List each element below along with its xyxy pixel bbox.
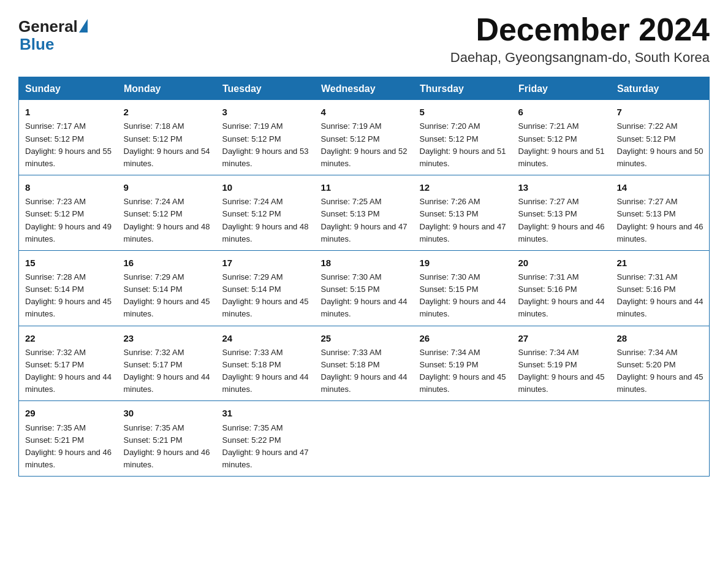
day-number: 15 — [25, 256, 113, 270]
day-info: Sunrise: 7:28 AMSunset: 5:14 PMDaylight:… — [25, 272, 112, 318]
day-number: 21 — [617, 256, 705, 270]
calendar-week-row: 8Sunrise: 7:23 AMSunset: 5:12 PMDaylight… — [19, 175, 710, 251]
calendar-cell: 14Sunrise: 7:27 AMSunset: 5:13 PMDayligh… — [611, 175, 710, 251]
day-info: Sunrise: 7:26 AMSunset: 5:13 PMDaylight:… — [420, 197, 506, 243]
calendar-cell: 31Sunrise: 7:35 AMSunset: 5:22 PMDayligh… — [216, 401, 315, 477]
calendar-cell: 6Sunrise: 7:21 AMSunset: 5:12 PMDaylight… — [512, 100, 611, 175]
calendar-cell: 9Sunrise: 7:24 AMSunset: 5:12 PMDaylight… — [118, 175, 216, 251]
day-number: 31 — [222, 406, 310, 420]
day-number: 13 — [518, 180, 606, 194]
weekday-header-monday: Monday — [118, 77, 216, 100]
calendar-cell: 18Sunrise: 7:30 AMSunset: 5:15 PMDayligh… — [315, 250, 414, 326]
month-title: December 2024 — [450, 12, 710, 47]
calendar-cell: 13Sunrise: 7:27 AMSunset: 5:13 PMDayligh… — [512, 175, 611, 251]
weekday-header-thursday: Thursday — [414, 77, 512, 100]
day-info: Sunrise: 7:17 AMSunset: 5:12 PMDaylight:… — [25, 121, 112, 167]
day-info: Sunrise: 7:32 AMSunset: 5:17 PMDaylight:… — [124, 348, 210, 394]
day-number: 14 — [617, 180, 705, 194]
day-number: 6 — [518, 105, 606, 119]
day-info: Sunrise: 7:34 AMSunset: 5:19 PMDaylight:… — [420, 348, 506, 394]
day-info: Sunrise: 7:30 AMSunset: 5:15 PMDaylight:… — [420, 272, 506, 318]
day-info: Sunrise: 7:35 AMSunset: 5:21 PMDaylight:… — [124, 423, 210, 469]
logo-triangle-icon — [79, 19, 88, 33]
day-info: Sunrise: 7:35 AMSunset: 5:22 PMDaylight:… — [222, 423, 309, 469]
day-info: Sunrise: 7:27 AMSunset: 5:13 PMDaylight:… — [617, 197, 703, 243]
day-number: 2 — [124, 105, 211, 119]
calendar-cell: 1Sunrise: 7:17 AMSunset: 5:12 PMDaylight… — [19, 100, 118, 175]
day-info: Sunrise: 7:35 AMSunset: 5:21 PMDaylight:… — [25, 423, 112, 469]
weekday-header-wednesday: Wednesday — [315, 77, 414, 100]
day-number: 23 — [124, 331, 211, 345]
calendar-cell — [512, 401, 611, 477]
title-block: December 2024 Daehap, Gyeongsangnam-do, … — [450, 12, 710, 66]
day-info: Sunrise: 7:33 AMSunset: 5:18 PMDaylight:… — [222, 348, 309, 394]
calendar-cell: 7Sunrise: 7:22 AMSunset: 5:12 PMDaylight… — [611, 100, 710, 175]
calendar-cell: 26Sunrise: 7:34 AMSunset: 5:19 PMDayligh… — [414, 326, 512, 401]
day-info: Sunrise: 7:29 AMSunset: 5:14 PMDaylight:… — [222, 272, 309, 318]
header: General Blue December 2024 Daehap, Gyeon… — [18, 12, 710, 66]
day-number: 26 — [420, 331, 507, 345]
weekday-header-friday: Friday — [512, 77, 611, 100]
day-info: Sunrise: 7:19 AMSunset: 5:12 PMDaylight:… — [321, 121, 408, 167]
day-number: 18 — [321, 256, 409, 270]
day-info: Sunrise: 7:34 AMSunset: 5:19 PMDaylight:… — [518, 348, 605, 394]
weekday-header-sunday: Sunday — [19, 77, 118, 100]
calendar-week-row: 1Sunrise: 7:17 AMSunset: 5:12 PMDaylight… — [19, 100, 710, 175]
day-number: 11 — [321, 180, 409, 194]
logo: General Blue — [18, 17, 88, 54]
day-info: Sunrise: 7:21 AMSunset: 5:12 PMDaylight:… — [518, 121, 605, 167]
day-number: 20 — [518, 256, 606, 270]
calendar-cell: 16Sunrise: 7:29 AMSunset: 5:14 PMDayligh… — [118, 250, 216, 326]
calendar-cell: 24Sunrise: 7:33 AMSunset: 5:18 PMDayligh… — [216, 326, 315, 401]
day-number: 1 — [25, 105, 113, 119]
day-number: 19 — [420, 256, 507, 270]
calendar-cell: 4Sunrise: 7:19 AMSunset: 5:12 PMDaylight… — [315, 100, 414, 175]
day-number: 3 — [222, 105, 310, 119]
day-info: Sunrise: 7:20 AMSunset: 5:12 PMDaylight:… — [420, 121, 506, 167]
calendar-cell: 30Sunrise: 7:35 AMSunset: 5:21 PMDayligh… — [118, 401, 216, 477]
day-info: Sunrise: 7:27 AMSunset: 5:13 PMDaylight:… — [518, 197, 605, 243]
day-info: Sunrise: 7:18 AMSunset: 5:12 PMDaylight:… — [124, 121, 210, 167]
weekday-header-row: SundayMondayTuesdayWednesdayThursdayFrid… — [19, 77, 710, 100]
day-info: Sunrise: 7:34 AMSunset: 5:20 PMDaylight:… — [617, 348, 703, 394]
calendar-cell: 28Sunrise: 7:34 AMSunset: 5:20 PMDayligh… — [611, 326, 710, 401]
calendar-cell: 10Sunrise: 7:24 AMSunset: 5:12 PMDayligh… — [216, 175, 315, 251]
location-title: Daehap, Gyeongsangnam-do, South Korea — [450, 50, 710, 66]
calendar-cell — [315, 401, 414, 477]
day-number: 10 — [222, 180, 310, 194]
calendar-cell: 29Sunrise: 7:35 AMSunset: 5:21 PMDayligh… — [19, 401, 118, 477]
day-number: 9 — [124, 180, 211, 194]
day-info: Sunrise: 7:19 AMSunset: 5:12 PMDaylight:… — [222, 121, 309, 167]
calendar-cell: 3Sunrise: 7:19 AMSunset: 5:12 PMDaylight… — [216, 100, 315, 175]
day-number: 25 — [321, 331, 409, 345]
logo-general-text: General — [18, 17, 78, 36]
calendar-week-row: 15Sunrise: 7:28 AMSunset: 5:14 PMDayligh… — [19, 250, 710, 326]
day-info: Sunrise: 7:22 AMSunset: 5:12 PMDaylight:… — [617, 121, 703, 167]
day-number: 27 — [518, 331, 606, 345]
day-info: Sunrise: 7:25 AMSunset: 5:13 PMDaylight:… — [321, 197, 408, 243]
day-info: Sunrise: 7:31 AMSunset: 5:16 PMDaylight:… — [617, 272, 703, 318]
day-number: 4 — [321, 105, 409, 119]
day-number: 8 — [25, 180, 113, 194]
calendar-cell: 27Sunrise: 7:34 AMSunset: 5:19 PMDayligh… — [512, 326, 611, 401]
day-info: Sunrise: 7:33 AMSunset: 5:18 PMDaylight:… — [321, 348, 408, 394]
day-number: 12 — [420, 180, 507, 194]
day-number: 24 — [222, 331, 310, 345]
calendar-cell: 5Sunrise: 7:20 AMSunset: 5:12 PMDaylight… — [414, 100, 512, 175]
calendar-cell: 19Sunrise: 7:30 AMSunset: 5:15 PMDayligh… — [414, 250, 512, 326]
day-number: 30 — [124, 406, 211, 420]
day-info: Sunrise: 7:24 AMSunset: 5:12 PMDaylight:… — [124, 197, 210, 243]
weekday-header-saturday: Saturday — [611, 77, 710, 100]
calendar-cell: 21Sunrise: 7:31 AMSunset: 5:16 PMDayligh… — [611, 250, 710, 326]
day-number: 29 — [25, 406, 113, 420]
day-number: 7 — [617, 105, 705, 119]
calendar-cell: 15Sunrise: 7:28 AMSunset: 5:14 PMDayligh… — [19, 250, 118, 326]
weekday-header-tuesday: Tuesday — [216, 77, 315, 100]
calendar-table: SundayMondayTuesdayWednesdayThursdayFrid… — [18, 77, 710, 477]
day-info: Sunrise: 7:24 AMSunset: 5:12 PMDaylight:… — [222, 197, 309, 243]
day-number: 28 — [617, 331, 705, 345]
calendar-cell: 11Sunrise: 7:25 AMSunset: 5:13 PMDayligh… — [315, 175, 414, 251]
calendar-cell — [611, 401, 710, 477]
logo-blue-text: Blue — [18, 35, 54, 54]
calendar-cell: 2Sunrise: 7:18 AMSunset: 5:12 PMDaylight… — [118, 100, 216, 175]
